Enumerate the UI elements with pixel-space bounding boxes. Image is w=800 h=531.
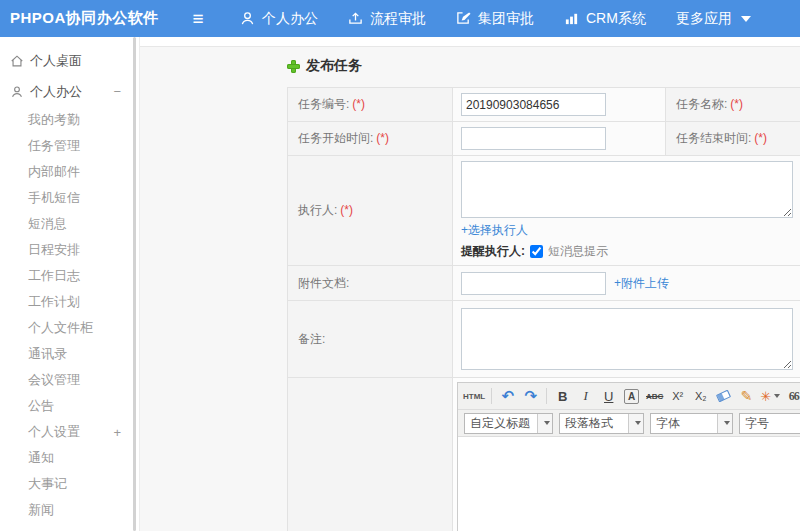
publish-task-form: 任务编号:(*) 任务名称:(*) 任务开始时间:(*) bbox=[287, 87, 800, 531]
editor-toolbar-row1: HTML ↶ ↷ B I U A ABC X² bbox=[458, 383, 800, 410]
eraser-icon[interactable] bbox=[713, 386, 734, 407]
process-icon bbox=[348, 11, 363, 26]
source-code-button[interactable]: HTML bbox=[462, 386, 486, 407]
sms-remind-checkbox[interactable] bbox=[530, 245, 543, 258]
description-label: 任务描述:(*) bbox=[288, 378, 453, 531]
remark-textarea[interactable] bbox=[461, 308, 793, 370]
nav-label: 流程审批 bbox=[370, 10, 426, 28]
topbar: PHPOA协同办公软件 ≡ 个人办公 流程审批 集团审批 CRM系统 更多应用 bbox=[0, 0, 800, 37]
user-icon bbox=[10, 85, 25, 99]
sms-remind-label: 短消息提示 bbox=[548, 243, 608, 260]
sidebar-item-short-message[interactable]: 短消息 bbox=[0, 211, 139, 237]
sidebar-item-work-plan[interactable]: 工作计划 bbox=[0, 289, 139, 315]
sidebar-item-contacts[interactable]: 通讯录 bbox=[0, 341, 139, 367]
page-title: 发布任务 bbox=[287, 56, 800, 76]
main-content: 发布任务 任务编号:(*) 任务名称:(*) bbox=[140, 37, 800, 531]
blockquote-icon[interactable]: 66 bbox=[783, 386, 800, 407]
strikethrough-icon[interactable]: ABC bbox=[644, 386, 665, 407]
attachment-input[interactable] bbox=[461, 272, 606, 295]
paragraph-format-select[interactable]: 段落格式 bbox=[559, 413, 644, 434]
attachment-upload-link[interactable]: +附件上传 bbox=[614, 275, 669, 292]
nav-process-approval[interactable]: 流程审批 bbox=[348, 10, 426, 28]
sidebar-item-schedule[interactable]: 日程安排 bbox=[0, 237, 139, 263]
nav-label: 集团审批 bbox=[478, 10, 534, 28]
sidebar-item-memorabilia[interactable]: 大事记 bbox=[0, 471, 139, 497]
sidebar-item-announcement[interactable]: 公告 bbox=[0, 393, 139, 419]
end-time-label: 任务结束时间:(*) bbox=[666, 122, 800, 156]
sidebar-item-meeting-management[interactable]: 会议管理 bbox=[0, 367, 139, 393]
add-icon bbox=[287, 60, 300, 73]
font-size-select[interactable]: 字号 bbox=[739, 413, 800, 434]
top-navigation: 个人办公 流程审批 集团审批 CRM系统 更多应用 bbox=[240, 10, 781, 28]
format-brush-icon[interactable]: ✎ bbox=[736, 386, 757, 407]
task-name-label: 任务名称:(*) bbox=[666, 88, 800, 122]
sidebar-item-task-management[interactable]: 任务管理 bbox=[0, 133, 139, 159]
caret-down-icon bbox=[741, 16, 751, 22]
edit-icon bbox=[456, 11, 471, 26]
sidebar-item-news[interactable]: 新闻 bbox=[0, 497, 139, 523]
content-header-strip bbox=[140, 37, 800, 47]
sidebar-scrollbar[interactable] bbox=[133, 37, 136, 531]
nav-label: 个人办公 bbox=[262, 10, 318, 28]
chart-icon bbox=[564, 11, 579, 26]
sidebar-item-work-log[interactable]: 工作日志 bbox=[0, 263, 139, 289]
collapse-icon[interactable]: − bbox=[113, 84, 121, 99]
expand-icon[interactable]: + bbox=[113, 425, 121, 440]
executor-label: 执行人:(*) bbox=[288, 156, 453, 266]
choose-executor-link[interactable]: +选择执行人 bbox=[461, 222, 800, 239]
redo-icon[interactable]: ↷ bbox=[520, 386, 541, 407]
sidebar: 个人桌面 个人办公 − 我的考勤 任务管理 内部邮件 手机短信 短消息 日程安排… bbox=[0, 37, 140, 531]
caret-down-icon bbox=[724, 421, 730, 425]
nav-label: CRM系统 bbox=[586, 10, 646, 28]
sidebar-item-personal-files[interactable]: 个人文件柜 bbox=[0, 315, 139, 341]
quick-format-icon[interactable]: ✳ bbox=[759, 386, 781, 407]
start-time-label: 任务开始时间:(*) bbox=[288, 122, 453, 156]
home-icon bbox=[10, 54, 25, 68]
underline-icon[interactable]: U bbox=[598, 386, 619, 407]
font-style-icon[interactable]: A bbox=[624, 389, 639, 404]
caret-down-icon bbox=[544, 421, 550, 425]
menu-toggle-icon[interactable]: ≡ bbox=[178, 8, 218, 30]
italic-icon[interactable]: I bbox=[575, 386, 596, 407]
font-family-select[interactable]: 字体 bbox=[650, 413, 733, 434]
nav-group-approval[interactable]: 集团审批 bbox=[456, 10, 534, 28]
undo-icon[interactable]: ↶ bbox=[497, 386, 518, 407]
nav-crm-system[interactable]: CRM系统 bbox=[564, 10, 646, 28]
person-icon bbox=[240, 11, 255, 26]
task-no-input[interactable] bbox=[461, 93, 606, 116]
remind-executor-label: 提醒执行人: bbox=[461, 243, 525, 260]
bold-icon[interactable]: B bbox=[552, 386, 573, 407]
attachment-label: 附件文档: bbox=[288, 266, 453, 301]
sidebar-item-internal-mail[interactable]: 内部邮件 bbox=[0, 159, 139, 185]
remark-label: 备注: bbox=[288, 301, 453, 378]
superscript-icon[interactable]: X² bbox=[667, 386, 688, 407]
caret-down-icon bbox=[635, 421, 641, 425]
executor-textarea[interactable] bbox=[461, 161, 793, 218]
nav-personal-office[interactable]: 个人办公 bbox=[240, 10, 318, 28]
start-time-input[interactable] bbox=[461, 127, 606, 150]
editor-toolbar-row2: 自定义标题 段落格式 字体 bbox=[458, 410, 800, 437]
nav-more-apps[interactable]: 更多应用 bbox=[676, 10, 751, 28]
sidebar-item-personal-settings[interactable]: 个人设置 + bbox=[0, 419, 139, 445]
sidebar-item-mobile-sms[interactable]: 手机短信 bbox=[0, 185, 139, 211]
task-no-label: 任务编号:(*) bbox=[288, 88, 453, 122]
app-logo: PHPOA协同办公软件 bbox=[0, 9, 178, 28]
nav-label: 更多应用 bbox=[676, 10, 732, 28]
subscript-icon[interactable]: X₂ bbox=[690, 386, 711, 407]
sidebar-item-my-attendance[interactable]: 我的考勤 bbox=[0, 107, 139, 133]
sidebar-item-personal-office[interactable]: 个人办公 − bbox=[0, 76, 139, 107]
sidebar-item-personal-desktop[interactable]: 个人桌面 bbox=[0, 45, 139, 76]
rich-text-editor: HTML ↶ ↷ B I U A ABC X² bbox=[457, 382, 800, 531]
custom-title-select[interactable]: 自定义标题 bbox=[464, 413, 553, 434]
sidebar-item-notice[interactable]: 通知 bbox=[0, 445, 139, 471]
editor-content[interactable] bbox=[458, 437, 800, 531]
caret-down-icon bbox=[774, 394, 780, 398]
